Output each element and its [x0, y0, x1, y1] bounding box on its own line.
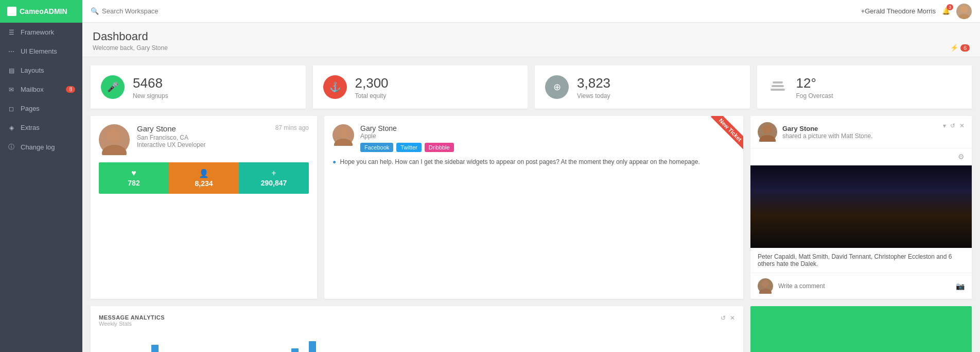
sidebar-logo[interactable]: CameoADMIN: [0, 0, 82, 23]
equity-icon: ⚓: [323, 75, 347, 99]
search-box[interactable]: 🔍: [91, 7, 856, 15]
signups-icon: 🎤: [101, 75, 125, 99]
svg-rect-4: [773, 81, 783, 83]
settings-icon[interactable]: ⚙: [958, 153, 965, 161]
svg-text:Kodak: Kodak: [936, 179, 968, 191]
sidebar: CameoADMIN ☰ Framework ⋯ UI Elements ▤ L…: [0, 0, 82, 352]
svg-point-8: [334, 139, 353, 146]
svg-rect-22: [923, 204, 938, 248]
stats-row: 🎤 5468 New signups ⚓ 2,300 Total equity …: [91, 65, 972, 109]
ticket-message-text: Hope you can help. How can I get the sid…: [340, 158, 700, 165]
svg-rect-15: [776, 202, 786, 248]
social-controls: ▾ ↺ ✕: [943, 122, 965, 129]
ticket-user-name: Gary Stone: [360, 124, 454, 132]
svg-rect-14: [756, 207, 771, 248]
svg-rect-2: [772, 85, 784, 87]
social-action: shared a picture with Matt Stone.: [782, 132, 872, 140]
close-icon[interactable]: ✕: [959, 122, 965, 129]
user-details: Gary Stone San Francisco, CA Interactive…: [137, 124, 268, 148]
plus-icon: +: [243, 169, 305, 178]
svg-rect-35: [860, 200, 862, 203]
app-name: CameoADMIN: [20, 7, 67, 15]
svg-rect-21: [895, 194, 918, 248]
ticket-user: Gary Stone Apple Facebook Twitter Dribbb…: [332, 124, 735, 152]
sidebar-item-changelog[interactable]: ⓘ Change log: [0, 137, 82, 157]
svg-rect-23: [943, 199, 972, 248]
dashboard-header: Dashboard Welcome back, Gary Stone ⚡ 6: [82, 23, 980, 57]
user-card: Gary Stone San Francisco, CA Interactive…: [91, 116, 317, 299]
svg-rect-24: [758, 211, 760, 213]
notification-button[interactable]: 🔔 3: [942, 7, 950, 15]
chart-bar-blue: [291, 348, 299, 352]
sidebar-item-ui-elements[interactable]: ⋯ UI Elements: [0, 42, 82, 61]
user-icon: 👤: [173, 169, 235, 178]
stat-card-equity: ⚓ 2,300 Total equity: [313, 65, 528, 109]
user-stat-likes: ♥ 782: [99, 162, 169, 194]
svg-point-5: [107, 128, 121, 143]
svg-rect-29: [779, 210, 781, 212]
layouts-icon: ▤: [7, 67, 15, 74]
svg-rect-25: [762, 211, 764, 213]
sidebar-item-label: Layouts: [21, 66, 44, 74]
svg-rect-20: [879, 202, 890, 248]
svg-rect-37: [856, 206, 858, 208]
refresh-icon[interactable]: ↺: [950, 122, 955, 129]
social-avatar: [758, 122, 777, 142]
svg-rect-11: [750, 165, 972, 248]
dashboard-title: Dashboard: [93, 30, 168, 43]
svg-text:Virgin: Virgin: [843, 187, 863, 195]
views-label: Views today: [577, 92, 610, 99]
svg-point-44: [771, 232, 833, 248]
user-avatar[interactable]: [956, 4, 972, 19]
sidebar-item-extras[interactable]: ◈ Extras: [0, 118, 82, 137]
followers-value: 8,234: [173, 179, 235, 188]
sidebar-item-pages[interactable]: ◻ Pages: [0, 99, 82, 118]
sidebar-item-label: Mailbox: [21, 86, 44, 93]
logo-icon: [7, 7, 16, 16]
ticket-card: New Ticket Gary Stone Apple Facebook Twi…: [324, 116, 743, 299]
ribbon-text: New Ticket: [711, 116, 743, 149]
svg-rect-12: [750, 165, 972, 217]
svg-point-45: [838, 236, 920, 248]
views-value: 3,823: [577, 75, 610, 91]
flash-badge: 6: [960, 44, 970, 52]
stat-card-views: ⊕ 3,823 Views today: [535, 65, 750, 109]
social-image: Kodak Virgin: [750, 165, 972, 248]
svg-point-46: [762, 280, 769, 288]
comment-input[interactable]: [778, 282, 951, 290]
search-input[interactable]: [102, 7, 205, 15]
close-analytics-icon[interactable]: ✕: [730, 314, 735, 322]
user-time-ago: 87 mins ago: [275, 124, 309, 131]
social-caption: Peter Capaldi, Matt Smith, David Tennant…: [750, 248, 972, 273]
sidebar-item-mailbox[interactable]: ✉ Mailbox 8: [0, 80, 82, 99]
svg-rect-31: [816, 203, 818, 205]
collapse-icon[interactable]: ▾: [943, 122, 946, 129]
chart-bar-blue: [309, 341, 316, 352]
tag-facebook[interactable]: Facebook: [360, 143, 393, 152]
svg-rect-30: [812, 203, 814, 205]
signups-label: New signups: [133, 92, 168, 99]
user-stat-posts: + 290,847: [239, 162, 309, 194]
chart-bar-group: [291, 348, 307, 352]
svg-rect-39: [902, 197, 905, 200]
search-icon: 🔍: [91, 7, 99, 15]
user-name: Gary Stone: [137, 124, 268, 133]
svg-rect-38: [897, 197, 900, 200]
analytics-card: MESSAGE ANALYTICS Weekly Stats ↺ ✕: [91, 306, 743, 352]
tag-twitter[interactable]: Twitter: [396, 143, 421, 152]
chart-container: [99, 331, 735, 352]
analytics-title: MESSAGE ANALYTICS: [99, 314, 165, 321]
social-card: Gary Stone shared a picture with Matt St…: [750, 116, 972, 299]
tag-dribbble[interactable]: Dribbble: [425, 143, 454, 152]
svg-rect-19: [853, 196, 874, 248]
svg-point-10: [759, 135, 776, 142]
camera-icon[interactable]: 📷: [956, 282, 965, 290]
dashboard-subtitle: Welcome back, Gary Stone: [93, 44, 168, 52]
sidebar-item-framework[interactable]: ☰ Framework: [0, 23, 82, 42]
settings-area: ⚙: [750, 148, 972, 165]
extras-icon: ◈: [7, 124, 15, 131]
likes-value: 782: [103, 179, 165, 187]
middle-row: Gary Stone San Francisco, CA Interactive…: [91, 116, 972, 299]
refresh-analytics-icon[interactable]: ↺: [721, 314, 726, 322]
sidebar-item-layouts[interactable]: ▤ Layouts: [0, 61, 82, 80]
